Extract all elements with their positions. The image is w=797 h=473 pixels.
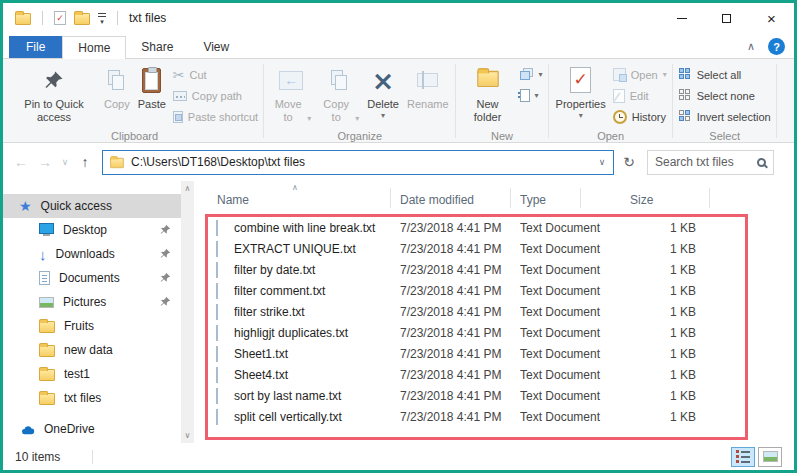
table-row[interactable]: EXTRACT UNIQUE.txt 7/23/2018 4:41 PM Tex… <box>194 239 794 260</box>
refresh-button[interactable]: ↻ <box>616 150 642 175</box>
properties-button[interactable]: ✓ Properties ▾ <box>552 61 610 121</box>
text-file-icon <box>216 367 218 383</box>
column-divider[interactable] <box>390 188 391 208</box>
up-button[interactable]: ↑ <box>74 150 96 174</box>
paste-shortcut-icon <box>173 111 183 123</box>
back-button[interactable]: ← <box>10 150 32 174</box>
paste-button[interactable]: Paste <box>134 61 170 111</box>
navigation-pane: ★ Quick access Desktop ↓ Downloads Docum… <box>3 181 181 443</box>
copy-to-icon <box>331 64 348 96</box>
sidebar-item-downloads[interactable]: ↓ Downloads <box>3 242 181 266</box>
sidebar-scrollbar[interactable]: ∧ ∨ <box>181 181 194 443</box>
thumbnail-view-button[interactable] <box>758 447 782 467</box>
history-button[interactable]: History <box>610 108 670 125</box>
sidebar-item-new-data[interactable]: new data <box>3 338 181 362</box>
qat-customize-button[interactable]: ▾ <box>94 13 110 24</box>
table-row[interactable]: Sheet4.txt 7/23/2018 4:41 PM Text Docume… <box>194 365 794 386</box>
close-button[interactable]: × <box>749 3 794 33</box>
table-row[interactable]: split cell vertically.txt 7/23/2018 4:41… <box>194 407 794 428</box>
table-row[interactable]: filter by date.txt 7/23/2018 4:41 PM Tex… <box>194 260 794 281</box>
sidebar-item-documents[interactable]: Documents <box>3 266 181 290</box>
properties-check-icon: ✓ <box>54 11 66 25</box>
ribbon-group-select: Select all Select none Invert selection … <box>673 60 777 142</box>
folder-icon <box>39 369 55 381</box>
new-folder-icon <box>480 64 496 96</box>
sidebar-item-fruits[interactable]: Fruits <box>3 314 181 338</box>
maximize-button[interactable] <box>704 3 749 33</box>
forward-button[interactable]: → <box>34 150 56 174</box>
window-folder-icon <box>11 6 35 30</box>
qat-properties-button[interactable]: ✓ <box>50 6 70 30</box>
column-header-name[interactable]: Name <box>217 193 249 207</box>
ribbon-group-new: New folder ▾ ▾ New <box>456 60 549 142</box>
search-box[interactable] <box>647 150 774 175</box>
tab-share[interactable]: Share <box>126 36 188 58</box>
close-icon: × <box>767 11 776 26</box>
tab-home[interactable]: Home <box>62 36 126 59</box>
table-row[interactable]: filter strike.txt 7/23/2018 4:41 PM Text… <box>194 302 794 323</box>
help-button[interactable]: ? <box>768 38 785 55</box>
sidebar-item-quick-access[interactable]: ★ Quick access <box>3 194 181 218</box>
sidebar-item-pictures[interactable]: Pictures <box>3 290 181 314</box>
select-all-button[interactable]: Select all <box>676 66 774 83</box>
table-row[interactable]: highligjt duplicates.txt 7/23/2018 4:41 … <box>194 323 794 344</box>
rename-button[interactable]: Rename <box>403 61 453 111</box>
sidebar-item-test1[interactable]: test1 <box>3 362 181 386</box>
address-bar[interactable]: C:\Users\DT168\Desktop\txt files ∨ <box>102 150 614 175</box>
column-header-size[interactable]: Size <box>630 193 653 207</box>
column-divider[interactable] <box>580 188 581 208</box>
view-toggle-buttons <box>731 447 782 467</box>
move-to-button[interactable]: ← Move to▾ <box>267 61 315 124</box>
table-row[interactable]: filter comment.txt 7/23/2018 4:41 PM Tex… <box>194 281 794 302</box>
column-divider[interactable] <box>709 188 710 208</box>
tab-view[interactable]: View <box>188 36 244 58</box>
table-row[interactable]: sort by last name.txt 7/23/2018 4:41 PM … <box>194 386 794 407</box>
star-icon: ★ <box>19 198 32 214</box>
minimize-button[interactable] <box>659 3 704 33</box>
text-file-icon <box>216 241 218 257</box>
invert-selection-button[interactable]: Invert selection <box>676 108 774 125</box>
search-input[interactable] <box>655 155 753 169</box>
file-list: ∧ Name Date modified Type Size combine w… <box>194 181 794 443</box>
text-file-icon <box>216 304 218 320</box>
recent-locations-button[interactable]: ∨ <box>58 150 72 174</box>
table-row[interactable]: combine with line break.txt 7/23/2018 4:… <box>194 218 794 239</box>
text-file-icon <box>216 220 218 236</box>
details-view-icon <box>736 450 750 463</box>
easy-access-button[interactable]: ▾ <box>517 66 546 83</box>
sidebar-item-txt-files[interactable]: txt files <box>3 386 181 410</box>
delete-icon: × <box>372 64 395 96</box>
copy-path-button[interactable]: Copy path <box>170 87 261 104</box>
pin-to-quick-access-button[interactable]: Pin to Quick access <box>8 61 100 124</box>
copy-to-button[interactable]: Copy to▾ <box>315 61 363 124</box>
tab-file[interactable]: File <box>9 36 62 58</box>
table-row[interactable]: Sheet1.txt 7/23/2018 4:41 PM Text Docume… <box>194 344 794 365</box>
address-path[interactable]: C:\Users\DT168\Desktop\txt files <box>131 155 587 169</box>
copy-icon <box>108 64 125 96</box>
paste-shortcut-button[interactable]: Paste shortcut <box>170 108 261 125</box>
edit-button[interactable]: Edit <box>610 87 670 104</box>
delete-button[interactable]: × Delete ▾ <box>363 61 403 121</box>
sidebar-item-desktop[interactable]: Desktop <box>3 218 181 242</box>
collapse-ribbon-button[interactable]: ∧ <box>747 40 755 53</box>
onedrive-cloud-icon <box>19 424 35 435</box>
copy-button[interactable]: Copy <box>100 61 134 111</box>
chevron-down-icon: ▾ <box>381 111 385 121</box>
new-folder-button[interactable]: New folder <box>459 61 517 124</box>
address-dropdown-button[interactable]: ∨ <box>593 157 611 167</box>
new-item-button[interactable]: ▾ <box>517 87 546 104</box>
qat-new-folder-button[interactable] <box>70 6 94 30</box>
scroll-up-icon[interactable]: ∧ <box>185 184 191 193</box>
text-file-icon <box>216 409 218 425</box>
open-button[interactable]: Open ▾ <box>610 66 670 83</box>
column-divider[interactable] <box>510 188 511 208</box>
details-view-button[interactable] <box>731 447 755 467</box>
scroll-down-icon[interactable]: ∨ <box>185 431 191 440</box>
column-header-date-modified[interactable]: Date modified <box>400 193 474 207</box>
address-toolbar: ← → ∨ ↑ C:\Users\DT168\Desktop\txt files… <box>3 143 794 181</box>
sidebar-item-onedrive[interactable]: OneDrive <box>3 417 181 441</box>
cut-button[interactable]: ✂ Cut <box>170 66 261 83</box>
column-header-type[interactable]: Type <box>520 193 546 207</box>
text-file-icon <box>216 325 218 341</box>
select-none-button[interactable]: Select none <box>676 87 774 104</box>
